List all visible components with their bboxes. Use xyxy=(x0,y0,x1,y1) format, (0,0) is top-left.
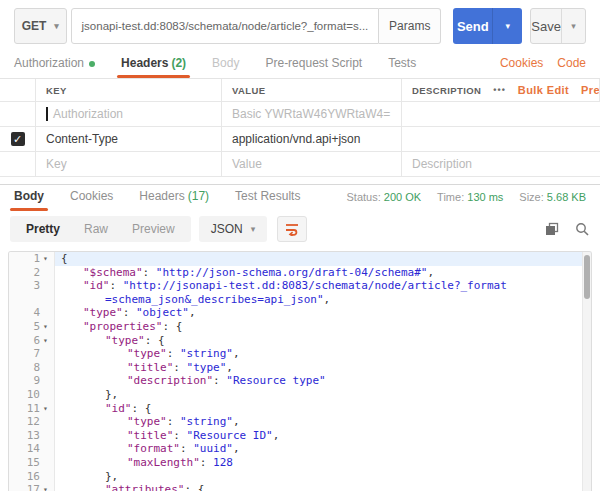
json-string: "type" xyxy=(187,361,227,374)
line-number: 16 xyxy=(9,470,43,484)
json-punctuation: : xyxy=(173,361,186,374)
json-punctuation: , xyxy=(273,429,280,442)
cookies-link[interactable]: Cookies xyxy=(500,56,543,70)
header-enabled-checkbox[interactable]: ✓ xyxy=(11,132,25,146)
fold-arrow-icon[interactable]: ▾ xyxy=(43,320,54,334)
json-punctuation: }, xyxy=(105,470,118,483)
header-value-input[interactable]: Basic YWRtaW46YWRtaW4= xyxy=(222,102,402,126)
wrap-text-button[interactable] xyxy=(277,216,307,242)
more-options-icon[interactable]: ••• xyxy=(493,85,505,95)
code-line: 15"maxLength": 128 xyxy=(9,456,591,470)
tab-cookies[interactable]: Cookies xyxy=(70,189,113,211)
language-dropdown[interactable]: JSON ▾ xyxy=(199,216,268,242)
view-mode-preview[interactable]: Preview xyxy=(120,222,187,236)
tab-tests[interactable]: Tests xyxy=(388,56,416,78)
json-key: "title" xyxy=(127,429,173,442)
gutter: 11▾ xyxy=(9,402,55,416)
tab-headers[interactable]: Headers(2) xyxy=(121,56,186,78)
header-value-input[interactable]: application/vnd.api+json xyxy=(222,127,402,151)
header-key-input[interactable]: Key xyxy=(36,152,222,176)
line-number: 14 xyxy=(9,442,43,456)
gutter: 3 xyxy=(9,279,55,293)
tab-body[interactable]: Body xyxy=(212,56,239,78)
fold-arrow-icon[interactable]: ▾ xyxy=(43,483,54,491)
json-punctuation: }, xyxy=(105,388,118,401)
view-mode-raw[interactable]: Raw xyxy=(72,222,120,236)
gutter: 14 xyxy=(9,442,55,456)
code-line: 11▾"id": { xyxy=(9,402,591,416)
code-line: 9"description": "Resource type" xyxy=(9,374,591,388)
json-key: "id" xyxy=(105,402,132,415)
search-response-button[interactable] xyxy=(574,221,590,237)
line-number: 8 xyxy=(9,361,43,375)
code-link[interactable]: Code xyxy=(557,56,586,70)
save-options-button[interactable]: ▾ xyxy=(561,9,585,43)
header-description-input[interactable]: Description xyxy=(402,152,600,176)
code-text: "type": "string", xyxy=(55,347,591,361)
code-text: "type": "string", xyxy=(55,415,591,429)
bulk-edit-button[interactable]: Bulk Edit xyxy=(518,84,569,96)
tab-authorization[interactable]: Authorization xyxy=(14,56,95,78)
json-punctuation: : xyxy=(167,415,180,428)
code-text: "title": "Resource ID", xyxy=(55,429,591,443)
method-dropdown[interactable]: GET ▾ xyxy=(14,8,67,44)
scrollbar-track[interactable] xyxy=(582,252,591,491)
header-key-input[interactable]: Authorization xyxy=(36,102,222,126)
view-mode-switcher: PrettyRawPreview xyxy=(10,216,191,242)
params-button[interactable]: Params xyxy=(379,8,441,44)
fold-arrow-icon[interactable]: ▾ xyxy=(43,334,54,348)
json-punctuation: , xyxy=(189,306,196,319)
json-punctuation: : xyxy=(162,320,175,333)
tab-pre-request-script[interactable]: Pre-request Script xyxy=(265,56,362,78)
tab-test-results[interactable]: Test Results xyxy=(235,189,300,211)
json-punctuation: { xyxy=(158,334,165,347)
header-description-input[interactable] xyxy=(402,127,600,151)
gutter: 9 xyxy=(9,374,55,388)
send-button[interactable]: Send ▾ xyxy=(453,8,522,44)
gutter: 16 xyxy=(9,470,55,484)
gutter: 7 xyxy=(9,347,55,361)
code-text: "description": "Resource type" xyxy=(55,374,591,388)
postman-window: GET ▾ jsonapi-test.dd:8083/schemata/node… xyxy=(0,0,600,491)
code-line: 17▾"attributes": { xyxy=(9,483,591,491)
json-punctuation: : xyxy=(110,279,123,292)
gutter: 5▾ xyxy=(9,320,55,334)
response-body-viewer[interactable]: 1▾{2"$schema": "http://json-schema.org/d… xyxy=(8,251,592,491)
json-key: "type" xyxy=(105,334,145,347)
save-label[interactable]: Save xyxy=(531,9,561,43)
json-punctuation: { xyxy=(61,252,68,265)
code-text: }, xyxy=(55,470,591,484)
request-tabs: AuthorizationHeaders(2)BodyPre-request S… xyxy=(0,52,600,78)
tab-headers[interactable]: Headers(17) xyxy=(139,189,209,211)
header-description-input[interactable] xyxy=(402,102,600,126)
checkbox-column-header xyxy=(0,79,36,101)
view-mode-pretty[interactable]: Pretty xyxy=(14,222,72,236)
gutter: 15 xyxy=(9,456,55,470)
tab-body[interactable]: Body xyxy=(14,189,44,211)
code-line: 14"format": "uuid", xyxy=(9,442,591,456)
line-number: 1 xyxy=(9,252,43,266)
code-line: =schema_json&_describes=api_json", xyxy=(9,293,591,307)
json-key: "title" xyxy=(127,361,173,374)
scrollbar-thumb[interactable] xyxy=(584,255,590,299)
url-input[interactable]: jsonapi-test.dd:8083/schemata/node/artic… xyxy=(71,8,380,44)
language-label: JSON xyxy=(211,222,243,236)
json-string: "Resource type" xyxy=(226,374,325,387)
save-button[interactable]: Save ▾ xyxy=(530,8,586,44)
json-string: "Resource ID" xyxy=(187,429,273,442)
presets-button[interactable]: Presets xyxy=(581,84,600,96)
json-punctuation: : xyxy=(132,402,145,415)
code-line: 5▾"properties": { xyxy=(9,320,591,334)
tab-label: Headers xyxy=(121,56,168,70)
copy-response-button[interactable] xyxy=(544,221,560,237)
send-options-button[interactable]: ▾ xyxy=(492,8,522,44)
fold-arrow-icon[interactable]: ▾ xyxy=(43,252,54,266)
fold-arrow-icon[interactable]: ▾ xyxy=(43,402,54,416)
json-punctuation: , xyxy=(233,442,240,455)
json-key: "type" xyxy=(127,415,167,428)
header-value-input[interactable]: Value xyxy=(222,152,402,176)
header-row: ✓Content-Typeapplication/vnd.api+json xyxy=(0,127,600,152)
send-label[interactable]: Send xyxy=(453,8,492,44)
checkbox-cell: ✓ xyxy=(0,127,36,151)
header-key-input[interactable]: Content-Type xyxy=(36,127,222,151)
